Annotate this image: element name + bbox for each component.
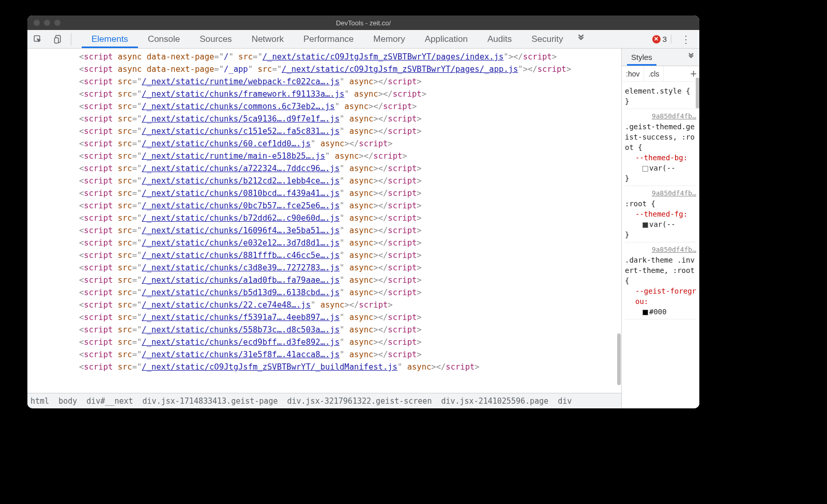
error-count[interactable]: ✕ 3 [652, 35, 671, 43]
dom-node[interactable]: <script src="/_next/static/chunks/0810bc… [33, 187, 621, 200]
dom-node[interactable]: <script src="/_next/static/chunks/22.ce7… [33, 299, 621, 311]
breadcrumb[interactable]: htmlbodydiv#__nextdiv.jsx-1714833413.gei… [27, 393, 621, 408]
dom-node[interactable]: <script async data-next-page="/_app" src… [33, 63, 621, 75]
dom-tree[interactable]: <script async data-next-page="/" src="/_… [27, 49, 621, 393]
dom-node[interactable]: <script src="/_next/static/cO9JtgJsfm_zS… [33, 361, 621, 373]
styles-filter-bar: :hov .cls + [622, 66, 699, 82]
dom-node[interactable]: <script src="/_next/static/chunks/common… [33, 100, 621, 113]
cls-toggle[interactable]: .cls [644, 66, 664, 81]
crumb[interactable]: div.jsx-2141025596.page [441, 396, 548, 406]
style-rule[interactable]: element.style {} [625, 84, 696, 109]
dom-node[interactable]: <script src="/_next/static/runtime/main-… [33, 150, 621, 162]
tab-elements[interactable]: Elements [82, 30, 138, 48]
dom-node[interactable]: <script src="/_next/static/chunks/e032e1… [33, 237, 621, 249]
tab-sources[interactable]: Sources [190, 30, 241, 48]
tab-styles[interactable]: Styles [627, 49, 656, 66]
dom-node[interactable]: <script src="/_next/static/chunks/a1ad0f… [33, 274, 621, 286]
dom-node[interactable]: <script src="/_next/static/chunks/5ca913… [33, 113, 621, 125]
crumb[interactable]: div.jsx-3217961322.geist-screen [287, 396, 432, 406]
device-toolbar-icon[interactable] [48, 30, 69, 49]
inspect-element-icon[interactable] [27, 30, 48, 49]
crumb[interactable]: div.jsx-1714833413.geist-page [143, 396, 278, 406]
crumb[interactable]: div [558, 396, 572, 406]
dom-node[interactable]: <script src="/_next/static/chunks/b212cd… [33, 175, 621, 187]
tab-performance[interactable]: Performance [294, 30, 363, 48]
more-styles-tabs-icon[interactable] [684, 52, 699, 62]
style-rule[interactable]: 9a850df4fb…:root {--themed-fg:var(--} [625, 186, 696, 242]
elements-panel: <script async data-next-page="/" src="/_… [27, 49, 622, 408]
tab-memory[interactable]: Memory [363, 30, 415, 48]
traffic-lights [27, 20, 60, 26]
crumb[interactable]: body [58, 396, 77, 406]
dom-node[interactable]: <script async data-next-page="/" src="/_… [33, 51, 621, 63]
titlebar: DevTools - zeit.co/ [27, 16, 699, 30]
main-tabs: ElementsConsoleSourcesNetworkPerformance… [82, 30, 573, 48]
window-title: DevTools - zeit.co/ [27, 19, 699, 27]
dom-node[interactable]: <script src="/_next/static/chunks/framew… [33, 88, 621, 100]
style-rule[interactable]: 9a850df4fb….geist-themed.geist-success, … [625, 109, 696, 186]
error-count-value: 3 [663, 35, 667, 43]
styles-rules[interactable]: element.style {}9a850df4fb….geist-themed… [622, 82, 699, 408]
minimize-window-button[interactable] [44, 20, 50, 26]
more-tabs-icon[interactable] [573, 34, 589, 45]
devtools-window: DevTools - zeit.co/ ElementsConsoleSourc… [27, 16, 699, 408]
tab-console[interactable]: Console [138, 30, 190, 48]
dom-node[interactable]: <script src="/_next/static/chunks/16096f… [33, 224, 621, 237]
dom-node[interactable]: <script src="/_next/static/chunks/0bc7b5… [33, 200, 621, 212]
toolbar: ElementsConsoleSourcesNetworkPerformance… [27, 30, 699, 49]
dom-node[interactable]: <script src="/_next/static/chunks/f5391a… [33, 311, 621, 324]
scrollbar-thumb[interactable] [617, 333, 621, 385]
dom-node[interactable]: <script src="/_next/static/chunks/c3d8e3… [33, 262, 621, 274]
dom-node[interactable]: <script src="/_next/static/chunks/31e5f8… [33, 348, 621, 361]
dom-node[interactable]: <script src="/_next/static/chunks/881fff… [33, 249, 621, 262]
tab-application[interactable]: Application [415, 30, 478, 48]
divider [71, 33, 71, 45]
dom-node[interactable]: <script src="/_next/static/chunks/60.cef… [33, 138, 621, 150]
svg-rect-2 [55, 38, 59, 43]
crumb[interactable]: div#__next [86, 396, 133, 406]
tab-security[interactable]: Security [522, 30, 573, 48]
tab-audits[interactable]: Audits [478, 30, 522, 48]
dom-node[interactable]: <script src="/_next/static/chunks/ecd9bf… [33, 336, 621, 348]
dom-node[interactable]: <script src="/_next/static/chunks/a72232… [33, 162, 621, 175]
tab-network[interactable]: Network [242, 30, 294, 48]
error-icon: ✕ [652, 35, 661, 43]
dom-node[interactable]: <script src="/_next/static/chunks/558b73… [33, 324, 621, 336]
dom-node[interactable]: <script src="/_next/static/chunks/c151e5… [33, 125, 621, 138]
dom-node[interactable]: <script src="/_next/static/chunks/b5d13d… [33, 286, 621, 299]
kebab-menu-icon[interactable]: ⋮ [677, 33, 695, 45]
hov-toggle[interactable]: :hov [622, 66, 644, 81]
scrollbar-thumb[interactable] [696, 78, 699, 109]
styles-panel: Styles :hov .cls + element.style {}9a850… [622, 49, 699, 408]
dom-node[interactable]: <script src="/_next/static/chunks/b72dd6… [33, 212, 621, 224]
crumb[interactable]: html [30, 396, 49, 406]
close-window-button[interactable] [34, 20, 40, 26]
maximize-window-button[interactable] [54, 20, 60, 26]
dom-node[interactable]: <script src="/_next/static/runtime/webpa… [33, 75, 621, 88]
style-rule[interactable]: 9a850df4fb….dark-theme .invert-theme, :r… [625, 242, 696, 319]
styles-tabs: Styles [622, 49, 699, 66]
